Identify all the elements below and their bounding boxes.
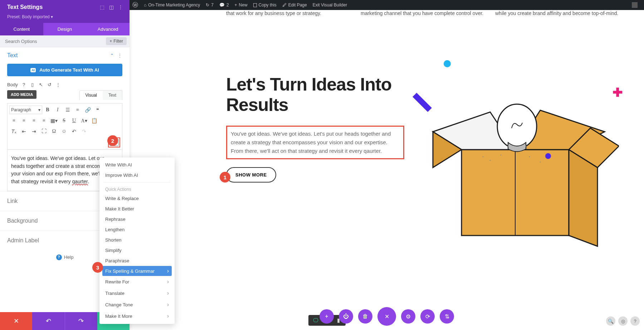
search-page-icon[interactable]: 🔍 (606, 316, 615, 326)
ai-simplify[interactable]: Simplify (99, 245, 175, 256)
tab-content[interactable]: Content (0, 23, 43, 35)
link-button[interactable]: 🔗 (83, 105, 92, 115)
help-icon[interactable]: ? (21, 82, 26, 87)
drag-handle-icon[interactable]: ⬚ (97, 3, 107, 12)
settings-gear-button[interactable]: ⚙ (401, 309, 415, 324)
redo-button[interactable]: ↷ (79, 127, 89, 136)
comments-count: 2 (226, 3, 229, 8)
history-button[interactable]: ⟳ (420, 309, 435, 324)
chevron-right-icon (167, 290, 169, 296)
help-corner-icon[interactable]: ? (630, 316, 640, 326)
user-account[interactable] (629, 2, 640, 8)
ai-write-replace[interactable]: Write & Replace (99, 193, 175, 204)
undo-button[interactable]: ↶ (69, 127, 79, 136)
ai-improve[interactable]: Improve With AI (99, 170, 175, 180)
bullet-list-button[interactable]: ☰ (63, 105, 72, 115)
section-more-icon[interactable]: ⋮ (114, 54, 122, 57)
cancel-button[interactable]: ✕ (0, 312, 32, 330)
search-input[interactable] (0, 35, 106, 47)
ai-generate-button[interactable]: AI Auto Generate Text With AI (7, 64, 122, 76)
redo-changes-button[interactable]: ↷ (65, 312, 97, 330)
edit-page-link[interactable]: Edit Page (279, 3, 310, 8)
feature-cards-row: that work for any business type or strat… (130, 10, 644, 31)
site-name-link[interactable]: ⌂On-Time Marketing Agency (141, 3, 203, 8)
more-icon[interactable]: ⋮ (56, 82, 61, 87)
tab-visual[interactable]: Visual (80, 91, 103, 100)
ai-fix-spelling[interactable]: Fix Spelling & Grammar (102, 266, 172, 276)
text-section-head[interactable]: Text ⌃ ⋮ (0, 47, 130, 62)
text-color-button[interactable]: A▾ (79, 116, 89, 125)
svg-point-14 (508, 145, 508, 146)
bold-button[interactable]: B (43, 105, 52, 115)
tab-text-mode[interactable]: Text (103, 91, 122, 100)
mobile-icon[interactable]: ▯ (30, 82, 35, 87)
chevron-right-icon (167, 268, 169, 274)
add-module-button[interactable]: + (319, 309, 334, 324)
special-char-button[interactable]: Ω (49, 127, 59, 136)
chevron-up-icon: ⌃ (110, 53, 114, 58)
tab-advanced[interactable]: Advanced (86, 23, 130, 35)
ai-change-tone[interactable]: Change Tone (99, 299, 175, 310)
home-icon: ⌂ (144, 3, 146, 8)
desktop-view-button[interactable]: 🖵 (312, 317, 319, 324)
layers-icon[interactable]: ◎ (618, 316, 628, 326)
editor-mode-tabs: Visual Text (79, 90, 122, 100)
ai-shorten[interactable]: Shorten (99, 235, 175, 245)
ai-rewrite-for[interactable]: Rewrite For (99, 276, 175, 287)
align-left-button[interactable]: ≡ (9, 116, 19, 125)
copy-this-link[interactable]: Copy this (250, 3, 279, 8)
clear-format-button[interactable]: Tₓ (9, 127, 19, 136)
add-media-button[interactable]: ADD MEDIA (7, 90, 36, 99)
more-menu-icon[interactable]: ⋮ (116, 3, 125, 12)
exit-visual-builder[interactable]: Exit Visual Builder (310, 3, 350, 8)
align-right-button[interactable]: ≡ (29, 116, 39, 125)
swap-button[interactable]: ⇅ (440, 309, 454, 324)
help-label: Help (64, 254, 74, 260)
updates-link[interactable]: ↻7 (203, 3, 216, 8)
close-builder-button[interactable]: ✕ (377, 307, 396, 326)
table-button[interactable]: ▦▾ (49, 116, 59, 125)
new-content-link[interactable]: +New (232, 3, 250, 8)
undo-changes-button[interactable]: ↶ (32, 312, 64, 330)
chevron-right-icon (167, 313, 169, 319)
ai-rephrase[interactable]: Rephrase (99, 214, 175, 224)
ai-make-better[interactable]: Make It Better (99, 204, 175, 214)
editor-toolbar: Paragraph▾ B I ☰ ≡ 🔗 ❝ ≡ ≡ ≡ ≡ ▦▾ S U A▾… (7, 103, 122, 150)
tab-design[interactable]: Design (43, 23, 87, 35)
hover-icon[interactable]: ↖ (39, 82, 44, 87)
ai-paraphrase[interactable]: Paraphrase (99, 256, 175, 266)
hero-body-text[interactable]: You've got ideas. We've got ideas. Let's… (231, 130, 400, 155)
body-label: Body (7, 82, 18, 87)
expand-icon[interactable]: ◫ (107, 3, 116, 12)
ai-make-more[interactable]: Make It More (99, 310, 175, 322)
wp-logo[interactable]: ⓦ (130, 1, 141, 9)
align-justify-button[interactable]: ≡ (39, 116, 49, 125)
underline-button[interactable]: U (69, 116, 79, 125)
svg-point-7 (497, 104, 537, 149)
delete-button[interactable]: 🗑 (358, 309, 372, 324)
ai-write[interactable]: Write With AI (99, 160, 175, 170)
show-more-button[interactable]: SHOW MORE (226, 167, 276, 183)
ai-lengthen[interactable]: Lengthen (99, 224, 175, 235)
number-list-button[interactable]: ≡ (73, 105, 82, 115)
reset-icon[interactable]: ↺ (47, 82, 52, 87)
outdent-button[interactable]: ⇤ (19, 127, 29, 136)
filter-label: Filter (113, 39, 123, 44)
paragraph-select[interactable]: Paragraph▾ (9, 106, 42, 114)
svg-point-12 (540, 161, 541, 162)
italic-button[interactable]: I (53, 105, 62, 115)
fullscreen-button[interactable]: ⛶ (39, 127, 49, 136)
quote-button[interactable]: ❝ (93, 105, 102, 115)
chevron-right-icon (167, 301, 169, 308)
emoji-button[interactable]: ☺ (59, 127, 69, 136)
open-box-illustration (419, 74, 619, 253)
preset-selector[interactable]: Preset: Body imported ▾ (0, 14, 130, 23)
paste-button[interactable]: 📋 (89, 116, 99, 125)
indent-button[interactable]: ⇥ (29, 127, 39, 136)
strike-button[interactable]: S (59, 116, 69, 125)
comments-link[interactable]: 💬2 (216, 3, 232, 8)
power-button[interactable]: ⏻ (339, 309, 353, 324)
filter-button[interactable]: +Filter (106, 37, 127, 45)
ai-translate[interactable]: Translate (99, 287, 175, 299)
align-center-button[interactable]: ≡ (19, 116, 29, 125)
